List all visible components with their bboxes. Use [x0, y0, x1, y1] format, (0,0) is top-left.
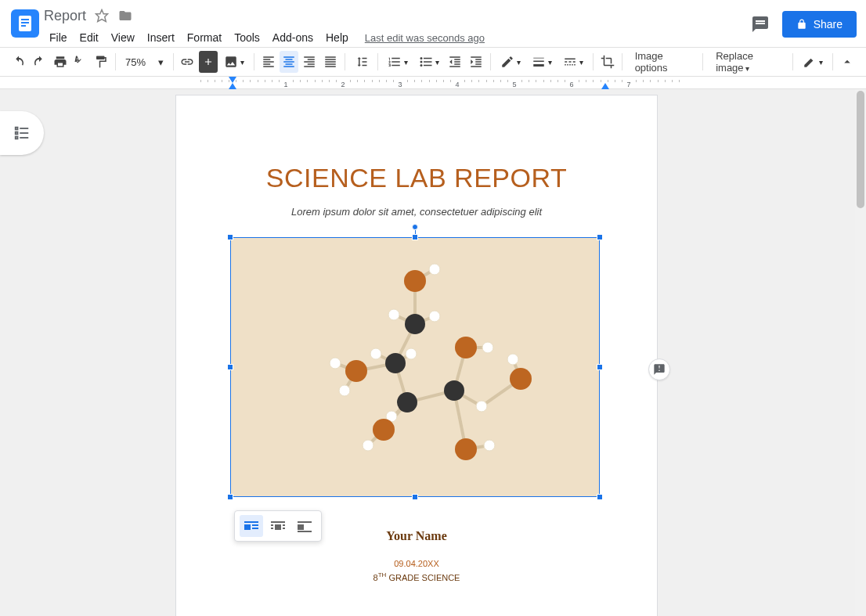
svg-rect-77	[271, 524, 273, 526]
svg-point-5	[420, 57, 423, 59]
image-options-button[interactable]: Image options	[627, 50, 698, 74]
resize-handle-nw[interactable]	[227, 234, 233, 240]
svg-rect-79	[271, 528, 273, 529]
resize-handle-e[interactable]	[597, 364, 603, 370]
bulleted-list-button[interactable]: ▾	[414, 51, 444, 73]
title-area: Report File Edit View Insert Format Tool…	[41, 6, 751, 47]
svg-text:+: +	[657, 365, 661, 373]
menu-view[interactable]: View	[106, 28, 140, 47]
rotate-handle[interactable]	[412, 224, 418, 230]
app-header: Report File Edit View Insert Format Tool…	[0, 0, 866, 47]
svg-rect-80	[283, 528, 285, 529]
insert-comment-button[interactable]	[199, 51, 218, 73]
insert-image-button[interactable]: ▾	[219, 51, 249, 73]
move-folder-icon[interactable]	[117, 8, 133, 23]
menu-help[interactable]: Help	[320, 28, 354, 47]
svg-rect-76	[275, 524, 281, 530]
wrap-break-button[interactable]	[293, 515, 316, 537]
border-color-button[interactable]: ▾	[496, 51, 525, 73]
crop-button[interactable]	[598, 51, 617, 73]
menu-insert[interactable]: Insert	[142, 28, 180, 47]
menu-addons[interactable]: Add-ons	[267, 28, 319, 47]
svg-point-7	[420, 64, 423, 67]
decrease-indent-button[interactable]	[446, 51, 464, 73]
resize-handle-sw[interactable]	[227, 494, 233, 500]
svg-rect-72	[244, 524, 251, 530]
svg-rect-12	[565, 61, 567, 63]
margin-marker-right[interactable]	[601, 83, 609, 89]
svg-rect-1	[21, 19, 29, 20]
vertical-scrollbar[interactable]	[855, 89, 866, 616]
border-dash-button[interactable]: ▾	[558, 51, 588, 73]
resize-handle-n[interactable]	[412, 234, 418, 240]
share-label: Share	[814, 18, 843, 31]
menu-bar: File Edit View Insert Format Tools Add-o…	[44, 28, 751, 47]
resize-handle-w[interactable]	[227, 364, 233, 370]
increase-indent-button[interactable]	[467, 51, 485, 73]
svg-rect-78	[283, 524, 285, 526]
scrollbar-thumb[interactable]	[857, 91, 864, 208]
image-wrap-toolbar	[234, 510, 322, 542]
svg-rect-82	[298, 524, 304, 530]
edit-mode-button[interactable]: ▾	[798, 51, 828, 73]
open-comments-icon[interactable]	[751, 15, 770, 34]
border-weight-button[interactable]: ▾	[527, 51, 557, 73]
insert-link-button[interactable]	[178, 51, 197, 73]
document-page[interactable]: SCIENCE LAB REPORT Lorem ipsum dolor sit…	[176, 95, 657, 616]
wrap-inline-button[interactable]	[240, 515, 263, 537]
document-date: 09.04.20XX	[176, 559, 657, 568]
svg-rect-21	[16, 132, 18, 135]
align-right-button[interactable]	[300, 51, 319, 73]
resize-handle-s[interactable]	[412, 494, 418, 500]
svg-rect-22	[16, 137, 18, 139]
svg-rect-71	[244, 521, 258, 523]
share-button[interactable]: Share	[782, 11, 857, 38]
redo-button[interactable]	[30, 51, 49, 73]
menu-format[interactable]: Format	[182, 28, 227, 47]
star-icon[interactable]	[94, 8, 110, 23]
svg-rect-2	[21, 22, 29, 23]
svg-rect-83	[298, 531, 312, 532]
resize-handle-ne[interactable]	[597, 234, 603, 240]
align-center-button[interactable]	[280, 51, 298, 73]
svg-rect-18	[572, 64, 573, 66]
docs-logo[interactable]	[9, 6, 41, 45]
svg-rect-20	[16, 128, 18, 130]
numbered-list-button[interactable]: ▾	[383, 51, 413, 73]
svg-rect-75	[271, 521, 285, 523]
add-comment-button[interactable]: +	[648, 358, 670, 380]
margin-marker-left[interactable]	[229, 83, 236, 89]
undo-button[interactable]	[9, 51, 28, 73]
svg-rect-9	[533, 61, 544, 63]
document-heading: SCIENCE LAB REPORT	[176, 163, 657, 193]
collapse-toolbar-button[interactable]	[838, 51, 857, 73]
svg-rect-11	[565, 59, 576, 60]
document-title[interactable]: Report	[44, 8, 86, 24]
spellcheck-button[interactable]	[71, 51, 90, 73]
horizontal-ruler[interactable]: 1234567	[0, 77, 866, 89]
menu-edit[interactable]: Edit	[74, 28, 104, 47]
line-spacing-button[interactable]	[349, 51, 373, 73]
print-button[interactable]	[50, 51, 69, 73]
document-grade: 8TH GRADE SCIENCE	[176, 571, 657, 582]
svg-rect-8	[533, 58, 544, 59]
paint-format-button[interactable]	[92, 51, 110, 73]
lock-icon	[796, 19, 807, 30]
wrap-text-button[interactable]	[266, 515, 290, 537]
svg-rect-17	[569, 64, 571, 66]
align-justify-button[interactable]	[320, 51, 339, 73]
zoom-select[interactable]: 75%▾	[121, 52, 168, 72]
svg-rect-81	[298, 521, 312, 523]
resize-handle-se[interactable]	[597, 494, 603, 500]
svg-point-6	[420, 61, 423, 63]
menu-tools[interactable]: Tools	[229, 28, 265, 47]
menu-file[interactable]: File	[44, 28, 73, 47]
align-left-button[interactable]	[259, 51, 278, 73]
toolbar: 75%▾ ▾ ▾ ▾ ▾ ▾ ▾ Image options Replace i…	[0, 47, 866, 77]
svg-rect-19	[574, 64, 576, 66]
last-edit-link[interactable]: Last edit was seconds ago	[355, 32, 485, 44]
replace-image-button[interactable]: Replace image ▾	[708, 50, 788, 74]
vertical-ruler[interactable]	[5, 95, 10, 616]
svg-marker-4	[96, 10, 108, 22]
image-selection-box[interactable]	[230, 237, 600, 497]
